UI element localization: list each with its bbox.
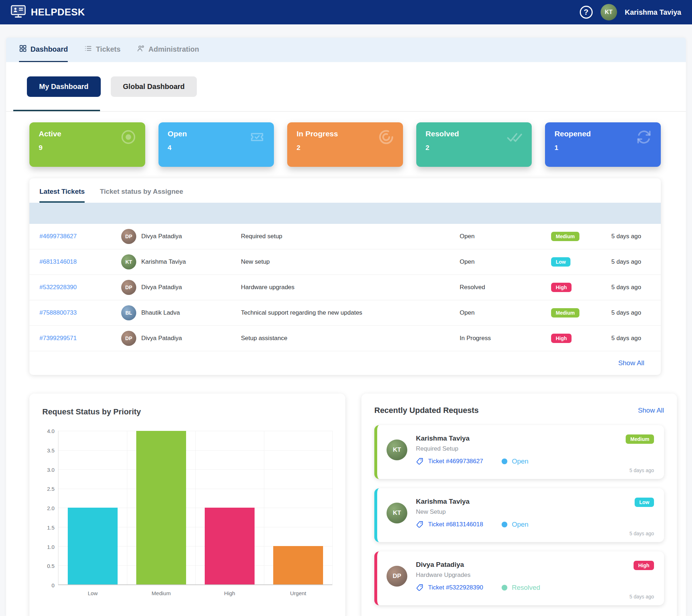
ticket-id-link[interactable]: #4699738627 [39,233,77,240]
recent-requests-panel: Recently Updated Requests Show All KT Ka… [361,394,677,616]
ticket-tag-icon [416,457,424,465]
dashboard-tab[interactable]: Global Dashboard [111,76,197,97]
request-card[interactable]: KT Karishma Taviya New Setup [374,488,664,542]
stat-card-icon [378,129,394,147]
x-tick-label: Low [58,590,127,596]
dashboard-tab-label: My Dashboard [39,83,89,91]
priority-badge: Medium [551,232,579,241]
ticket-id-link[interactable]: #7399299571 [39,335,77,342]
y-tick-label: 1.5 [47,524,54,530]
stat-card[interactable]: Reopened 1 [545,122,661,167]
priority-badge: Low [551,257,570,267]
table-header-row [29,203,661,224]
tickets-panel-tab-label: Ticket status by Assignee [100,188,183,195]
modified-time: 5 days ago [611,258,661,265]
request-card[interactable]: DP Divya Patadiya Hardware Upgrades [374,551,664,605]
stat-card-row: Active 9 Open 4 In Progress 2 Resolved 2 [29,122,661,167]
ticket-title: Technical support regarding the new upda… [241,309,460,316]
y-tick-label: 3.0 [47,466,54,472]
assignee-avatar: KT [121,254,136,269]
table-row[interactable]: #6813146018 KT Karishma Taviya New setup… [29,249,661,275]
chart-bar-medium [136,431,186,584]
table-row[interactable]: #4699738627 DP Divya Patadiya Required s… [29,224,661,249]
x-tick-label: High [195,590,264,596]
nav-tab-label: Dashboard [30,45,68,53]
requester-avatar: KT [387,439,407,460]
x-tick-label: Medium [127,590,195,596]
chart-bar-high [205,508,255,584]
request-subject: Hardware Upgrades [416,572,540,579]
y-tick-label: 3.5 [47,447,54,453]
status-dot [502,522,507,527]
priority-badge: High [551,334,572,343]
chart-y-axis: 00.51.01.52.02.53.03.54.0 [42,431,58,585]
status-dot [502,459,507,464]
tickets-panel-tab[interactable]: Ticket status by Assignee [100,188,183,203]
stat-card-icon [120,129,137,147]
helpdesk-logo-icon [11,5,26,20]
request-ticket-link[interactable]: Ticket #4699738627 [428,458,483,465]
main-tabstrip: Dashboard Tickets Administration [6,38,686,62]
request-time: 5 days ago [630,594,654,599]
nav-tab[interactable]: Administration [137,38,199,62]
bar-chart: 00.51.01.52.02.53.03.54.0 [42,431,332,585]
assignee-name: Divya Patadiya [141,233,182,240]
nav-tab-icon [19,44,27,54]
nav-tab-icon [137,44,145,54]
modified-time: 5 days ago [611,335,661,342]
requester-avatar: DP [387,566,407,587]
request-subject: New Setup [416,508,529,516]
table-row[interactable]: #7399299571 DP Divya Patadiya Setup assi… [29,326,661,351]
user-avatar[interactable]: KT [601,4,617,20]
chart-plot-area [58,431,332,585]
y-tick-label: 0.5 [47,563,54,569]
y-tick-label: 1.0 [47,544,54,550]
tickets-panel-tab[interactable]: Latest Tickets [39,188,85,203]
table-row[interactable]: #7588800733 BL Bhautik Ladva Technical s… [29,300,661,326]
request-ticket-link[interactable]: Ticket #6813146018 [428,521,483,528]
ticket-id-link[interactable]: #5322928390 [39,284,77,291]
requests-show-all-link[interactable]: Show All [638,406,664,414]
ticket-id-link[interactable]: #6813146018 [39,258,77,265]
assignee-avatar: BL [121,305,136,320]
tickets-panel-tabs: Latest Tickets Ticket status by Assignee [29,178,661,203]
dashboard-tab-label: Global Dashboard [123,83,185,91]
request-card[interactable]: KT Karishma Taviya Required Setup [374,425,664,479]
nav-tab[interactable]: Dashboard [19,38,68,62]
request-priority-badge: Medium [626,434,654,444]
help-icon[interactable]: ? [580,6,593,19]
brand-title: HELPDESK [31,7,85,18]
assignee-name: Divya Patadiya [141,335,182,342]
dashboard-tab[interactable]: My Dashboard [27,76,101,97]
y-tick-label: 4.0 [47,428,54,434]
y-tick-label: 2.5 [47,486,54,492]
request-priority-badge: High [634,561,654,570]
table-show-all-link[interactable]: Show All [618,359,644,367]
ticket-id-link[interactable]: #7588800733 [39,309,77,316]
stat-card-icon [636,129,652,147]
user-name: Karishma Taviya [625,8,682,17]
request-time: 5 days ago [630,467,654,473]
requester-name: Karishma Taviya [416,498,529,506]
assignee-avatar: DP [121,331,136,346]
recent-requests-list: KT Karishma Taviya Required Setup [374,425,664,605]
nav-tab[interactable]: Tickets [84,38,120,62]
request-ticket-link[interactable]: Ticket #5322928390 [428,584,483,591]
x-tick-label: Urgent [264,590,332,596]
stat-card-icon [507,129,523,147]
stat-card[interactable]: Resolved 2 [416,122,532,167]
dashboard-tabs: My Dashboard Global Dashboard [27,76,686,97]
modified-time: 5 days ago [611,284,661,291]
chart-bar-low [68,508,118,584]
stat-card[interactable]: Open 4 [158,122,274,167]
modified-time: 5 days ago [611,309,661,316]
table-row[interactable]: #5322928390 DP Divya Patadiya Hardware u… [29,275,661,300]
stat-card[interactable]: In Progress 2 [287,122,403,167]
navbar: HELPDESK ? KT Karishma Taviya [0,0,692,24]
assignee-name: Karishma Taviya [141,258,186,265]
request-priority-badge: Low [635,498,654,507]
request-status-text: Open [512,457,528,465]
stat-card[interactable]: Active 9 [29,122,145,167]
priority-badge: Medium [551,308,579,318]
recent-requests-title: Recently Updated Requests [374,406,479,415]
